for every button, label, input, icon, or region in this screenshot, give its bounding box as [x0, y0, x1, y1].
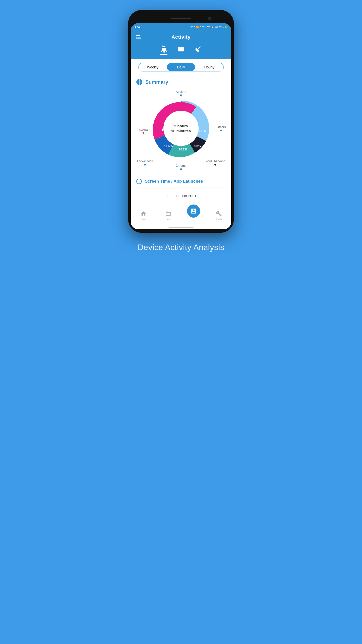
label-youtube: YouTube Vanc: [206, 159, 225, 166]
status-time: 4:57: [135, 26, 140, 29]
nav-activity[interactable]: Activity: [181, 205, 206, 221]
network-label: SSG: [190, 26, 195, 28]
screen-time-header: Screen Time / App Launches: [136, 178, 226, 187]
wifi-icon: 📶: [196, 26, 199, 28]
summary-icon: [136, 78, 143, 86]
chart-container: 12% 45.1% 9.8% 10.2% 11.6% 11.3% 2 hours…: [136, 88, 226, 171]
footer-section: Device Activity Analysis: [138, 243, 224, 252]
donut-chart-svg: 12% 45.1% 9.8% 10.2% 11.6% 11.3%: [146, 93, 216, 164]
footer-title: Device Activity Analysis: [138, 243, 224, 252]
others-text: Others: [217, 125, 226, 129]
segment-daily[interactable]: Daily: [167, 63, 195, 71]
svg-text:45.1%: 45.1%: [197, 129, 206, 133]
tab-clean[interactable]: [195, 46, 202, 55]
screen-time-title: Screen Time / App Launches: [145, 179, 203, 184]
label-chrome: Chrome: [176, 164, 187, 170]
svg-text:12%: 12%: [188, 115, 194, 119]
nav-files-label: Files: [165, 218, 171, 221]
bottom-nav: Home Files Activity: [131, 202, 231, 225]
home-bar: [168, 227, 194, 228]
activity-icon: [190, 208, 197, 214]
svg-text:10.2%: 10.2%: [179, 148, 187, 151]
alarm-icon: ⏰: [211, 26, 214, 28]
tab-icons-row: [131, 44, 231, 59]
applore-dot: [180, 94, 182, 96]
top-bar: Activity: [131, 31, 231, 44]
donut-chart: 12% 45.1% 9.8% 10.2% 11.6% 11.3% 2 hours…: [146, 93, 216, 164]
main-content: Summary: [131, 75, 231, 175]
date-display: 11 Jun 2021: [176, 194, 197, 198]
files-icon: [165, 211, 171, 217]
label-applore: Applore: [176, 90, 186, 96]
svg-text:9.8%: 9.8%: [194, 144, 201, 148]
menu-button[interactable]: [136, 35, 141, 39]
home-icon: [140, 211, 146, 217]
tab-folder[interactable]: [177, 46, 185, 55]
applore-text: Applore: [176, 90, 186, 94]
lockstock-dot: [144, 164, 146, 166]
home-indicator: [131, 225, 231, 229]
lockstock-text: Lock&Stock: [137, 159, 153, 163]
date-nav: ← 11 Jun 2021: [131, 190, 231, 202]
segment-hourly[interactable]: Hourly: [195, 63, 223, 71]
date-prev-button[interactable]: ←: [166, 193, 171, 199]
youtube-text: YouTube Vanc: [206, 159, 225, 163]
youtube-dot: [214, 164, 216, 166]
clock-icon: [136, 178, 142, 185]
tab-android[interactable]: [160, 46, 167, 55]
nav-home[interactable]: Home: [131, 211, 156, 221]
speed-label: 0.57 KB/S: [200, 26, 210, 28]
status-icons: SSG 📶 0.57 KB/S ⏰ 4G 97% 🔋: [190, 26, 227, 28]
nav-tools-label: Tools: [215, 218, 222, 221]
broom-icon: [195, 46, 202, 53]
nav-activity-label: Activity: [189, 218, 198, 221]
battery-label: 97%: [219, 26, 223, 28]
chrome-dot: [180, 168, 182, 170]
label-instagram: Instagram: [137, 128, 150, 134]
screen-time-section: Screen Time / App Launches: [131, 175, 231, 190]
tools-icon: [216, 211, 222, 217]
others-dot: [220, 130, 222, 131]
instagram-text: Instagram: [137, 128, 150, 131]
status-bar: 4:57 SSG 📶 0.57 KB/S ⏰ 4G 97% 🔋: [131, 23, 231, 31]
label-others: Others: [217, 125, 226, 131]
nav-tools[interactable]: Tools: [206, 211, 231, 221]
nav-home-label: Home: [140, 218, 147, 221]
android-icon: [160, 46, 167, 53]
svg-text:11.3%: 11.3%: [162, 128, 170, 132]
nav-active-bg: [187, 205, 200, 218]
battery-icon: 🔋: [224, 26, 227, 28]
signal-icon: 4G: [215, 26, 218, 28]
summary-header: Summary: [136, 78, 226, 86]
page-title: Activity: [171, 34, 191, 40]
instagram-dot: [143, 132, 144, 134]
segment-control: Weekly Daily Hourly: [131, 59, 231, 75]
svg-text:11.6%: 11.6%: [164, 144, 173, 148]
label-lockstock: Lock&Stock: [137, 159, 153, 166]
chrome-text: Chrome: [176, 164, 187, 168]
segment-weekly[interactable]: Weekly: [139, 63, 167, 71]
summary-title: Summary: [145, 79, 168, 85]
folder-icon: [177, 46, 185, 53]
nav-files[interactable]: Files: [156, 211, 181, 221]
